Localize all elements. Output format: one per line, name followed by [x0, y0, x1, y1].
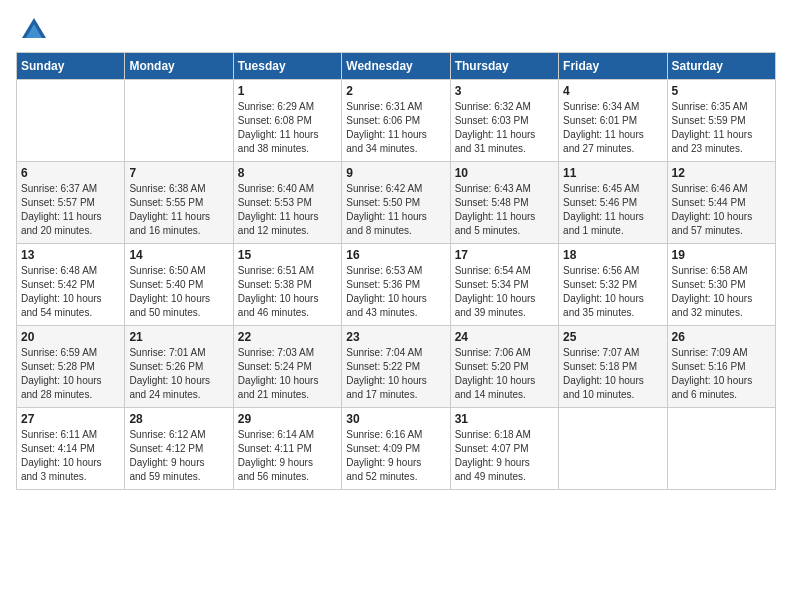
day-info: Sunrise: 6:56 AM Sunset: 5:32 PM Dayligh… — [563, 264, 662, 320]
calendar-cell: 1Sunrise: 6:29 AM Sunset: 6:08 PM Daylig… — [233, 80, 341, 162]
day-number: 14 — [129, 248, 228, 262]
day-info: Sunrise: 6:51 AM Sunset: 5:38 PM Dayligh… — [238, 264, 337, 320]
calendar-cell — [125, 80, 233, 162]
header-saturday: Saturday — [667, 53, 775, 80]
day-info: Sunrise: 7:04 AM Sunset: 5:22 PM Dayligh… — [346, 346, 445, 402]
calendar-cell: 4Sunrise: 6:34 AM Sunset: 6:01 PM Daylig… — [559, 80, 667, 162]
day-number: 25 — [563, 330, 662, 344]
calendar-cell: 11Sunrise: 6:45 AM Sunset: 5:46 PM Dayli… — [559, 162, 667, 244]
day-info: Sunrise: 7:01 AM Sunset: 5:26 PM Dayligh… — [129, 346, 228, 402]
calendar-cell: 24Sunrise: 7:06 AM Sunset: 5:20 PM Dayli… — [450, 326, 558, 408]
day-info: Sunrise: 6:32 AM Sunset: 6:03 PM Dayligh… — [455, 100, 554, 156]
logo — [16, 16, 48, 44]
day-number: 6 — [21, 166, 120, 180]
day-number: 17 — [455, 248, 554, 262]
calendar-cell: 18Sunrise: 6:56 AM Sunset: 5:32 PM Dayli… — [559, 244, 667, 326]
calendar-cell: 8Sunrise: 6:40 AM Sunset: 5:53 PM Daylig… — [233, 162, 341, 244]
day-info: Sunrise: 6:46 AM Sunset: 5:44 PM Dayligh… — [672, 182, 771, 238]
day-number: 30 — [346, 412, 445, 426]
day-info: Sunrise: 7:07 AM Sunset: 5:18 PM Dayligh… — [563, 346, 662, 402]
day-info: Sunrise: 6:11 AM Sunset: 4:14 PM Dayligh… — [21, 428, 120, 484]
day-number: 19 — [672, 248, 771, 262]
calendar-cell: 14Sunrise: 6:50 AM Sunset: 5:40 PM Dayli… — [125, 244, 233, 326]
calendar-cell: 13Sunrise: 6:48 AM Sunset: 5:42 PM Dayli… — [17, 244, 125, 326]
calendar-week-row: 13Sunrise: 6:48 AM Sunset: 5:42 PM Dayli… — [17, 244, 776, 326]
header-wednesday: Wednesday — [342, 53, 450, 80]
calendar-cell: 25Sunrise: 7:07 AM Sunset: 5:18 PM Dayli… — [559, 326, 667, 408]
day-info: Sunrise: 6:45 AM Sunset: 5:46 PM Dayligh… — [563, 182, 662, 238]
day-number: 27 — [21, 412, 120, 426]
calendar-cell: 20Sunrise: 6:59 AM Sunset: 5:28 PM Dayli… — [17, 326, 125, 408]
day-number: 20 — [21, 330, 120, 344]
day-number: 29 — [238, 412, 337, 426]
day-info: Sunrise: 6:12 AM Sunset: 4:12 PM Dayligh… — [129, 428, 228, 484]
calendar-cell: 9Sunrise: 6:42 AM Sunset: 5:50 PM Daylig… — [342, 162, 450, 244]
day-info: Sunrise: 6:35 AM Sunset: 5:59 PM Dayligh… — [672, 100, 771, 156]
calendar-cell: 29Sunrise: 6:14 AM Sunset: 4:11 PM Dayli… — [233, 408, 341, 490]
calendar-cell: 19Sunrise: 6:58 AM Sunset: 5:30 PM Dayli… — [667, 244, 775, 326]
calendar-cell: 6Sunrise: 6:37 AM Sunset: 5:57 PM Daylig… — [17, 162, 125, 244]
calendar-cell: 16Sunrise: 6:53 AM Sunset: 5:36 PM Dayli… — [342, 244, 450, 326]
day-info: Sunrise: 6:38 AM Sunset: 5:55 PM Dayligh… — [129, 182, 228, 238]
day-info: Sunrise: 7:06 AM Sunset: 5:20 PM Dayligh… — [455, 346, 554, 402]
calendar-cell: 10Sunrise: 6:43 AM Sunset: 5:48 PM Dayli… — [450, 162, 558, 244]
calendar-header-row: SundayMondayTuesdayWednesdayThursdayFrid… — [17, 53, 776, 80]
day-number: 24 — [455, 330, 554, 344]
calendar-cell: 2Sunrise: 6:31 AM Sunset: 6:06 PM Daylig… — [342, 80, 450, 162]
calendar-cell: 22Sunrise: 7:03 AM Sunset: 5:24 PM Dayli… — [233, 326, 341, 408]
day-number: 18 — [563, 248, 662, 262]
calendar-cell: 3Sunrise: 6:32 AM Sunset: 6:03 PM Daylig… — [450, 80, 558, 162]
header-tuesday: Tuesday — [233, 53, 341, 80]
calendar-cell: 7Sunrise: 6:38 AM Sunset: 5:55 PM Daylig… — [125, 162, 233, 244]
day-number: 26 — [672, 330, 771, 344]
day-number: 2 — [346, 84, 445, 98]
calendar-cell: 23Sunrise: 7:04 AM Sunset: 5:22 PM Dayli… — [342, 326, 450, 408]
calendar-cell: 27Sunrise: 6:11 AM Sunset: 4:14 PM Dayli… — [17, 408, 125, 490]
day-info: Sunrise: 6:18 AM Sunset: 4:07 PM Dayligh… — [455, 428, 554, 484]
calendar-cell — [667, 408, 775, 490]
calendar-week-row: 6Sunrise: 6:37 AM Sunset: 5:57 PM Daylig… — [17, 162, 776, 244]
calendar-week-row: 20Sunrise: 6:59 AM Sunset: 5:28 PM Dayli… — [17, 326, 776, 408]
day-info: Sunrise: 6:37 AM Sunset: 5:57 PM Dayligh… — [21, 182, 120, 238]
day-number: 8 — [238, 166, 337, 180]
day-number: 15 — [238, 248, 337, 262]
day-info: Sunrise: 6:42 AM Sunset: 5:50 PM Dayligh… — [346, 182, 445, 238]
day-info: Sunrise: 6:59 AM Sunset: 5:28 PM Dayligh… — [21, 346, 120, 402]
day-number: 13 — [21, 248, 120, 262]
day-number: 10 — [455, 166, 554, 180]
calendar-cell: 5Sunrise: 6:35 AM Sunset: 5:59 PM Daylig… — [667, 80, 775, 162]
calendar-cell: 31Sunrise: 6:18 AM Sunset: 4:07 PM Dayli… — [450, 408, 558, 490]
day-info: Sunrise: 6:40 AM Sunset: 5:53 PM Dayligh… — [238, 182, 337, 238]
logo-icon — [20, 16, 48, 44]
day-info: Sunrise: 6:31 AM Sunset: 6:06 PM Dayligh… — [346, 100, 445, 156]
header-friday: Friday — [559, 53, 667, 80]
day-number: 31 — [455, 412, 554, 426]
day-info: Sunrise: 6:50 AM Sunset: 5:40 PM Dayligh… — [129, 264, 228, 320]
day-info: Sunrise: 6:16 AM Sunset: 4:09 PM Dayligh… — [346, 428, 445, 484]
header-thursday: Thursday — [450, 53, 558, 80]
day-number: 23 — [346, 330, 445, 344]
calendar-cell — [17, 80, 125, 162]
page-header — [16, 16, 776, 44]
day-info: Sunrise: 7:03 AM Sunset: 5:24 PM Dayligh… — [238, 346, 337, 402]
day-info: Sunrise: 6:53 AM Sunset: 5:36 PM Dayligh… — [346, 264, 445, 320]
calendar-cell: 26Sunrise: 7:09 AM Sunset: 5:16 PM Dayli… — [667, 326, 775, 408]
day-number: 4 — [563, 84, 662, 98]
calendar-cell: 30Sunrise: 6:16 AM Sunset: 4:09 PM Dayli… — [342, 408, 450, 490]
day-number: 22 — [238, 330, 337, 344]
day-info: Sunrise: 6:48 AM Sunset: 5:42 PM Dayligh… — [21, 264, 120, 320]
calendar-cell — [559, 408, 667, 490]
header-sunday: Sunday — [17, 53, 125, 80]
day-number: 1 — [238, 84, 337, 98]
calendar-week-row: 1Sunrise: 6:29 AM Sunset: 6:08 PM Daylig… — [17, 80, 776, 162]
day-number: 21 — [129, 330, 228, 344]
day-info: Sunrise: 6:43 AM Sunset: 5:48 PM Dayligh… — [455, 182, 554, 238]
day-info: Sunrise: 6:34 AM Sunset: 6:01 PM Dayligh… — [563, 100, 662, 156]
calendar-cell: 21Sunrise: 7:01 AM Sunset: 5:26 PM Dayli… — [125, 326, 233, 408]
day-number: 3 — [455, 84, 554, 98]
day-info: Sunrise: 6:14 AM Sunset: 4:11 PM Dayligh… — [238, 428, 337, 484]
day-number: 9 — [346, 166, 445, 180]
day-number: 5 — [672, 84, 771, 98]
calendar-cell: 12Sunrise: 6:46 AM Sunset: 5:44 PM Dayli… — [667, 162, 775, 244]
calendar-cell: 15Sunrise: 6:51 AM Sunset: 5:38 PM Dayli… — [233, 244, 341, 326]
